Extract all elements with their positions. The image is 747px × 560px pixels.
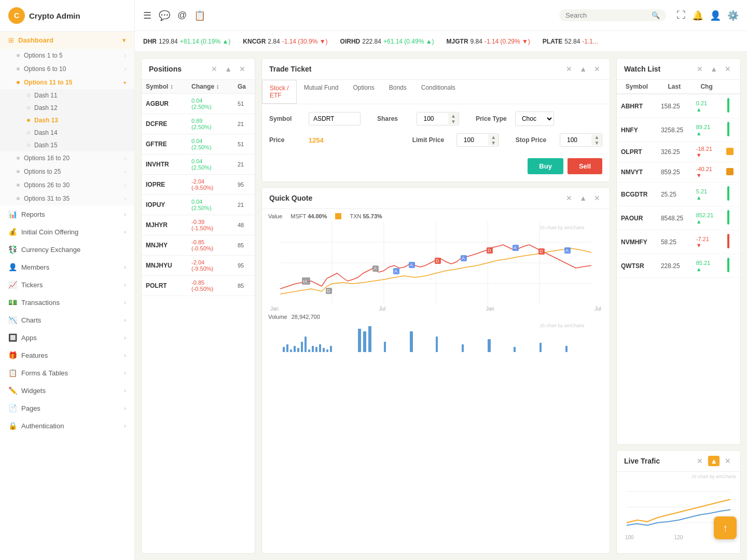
sidebar-item-dash14[interactable]: Dash 14 <box>0 127 134 139</box>
dot-icon <box>27 94 30 97</box>
transactions-label: Transactions <box>21 299 124 306</box>
limit-price-spinner[interactable]: ▲▼ <box>457 133 499 147</box>
live-traffic-chart: JS chart by amCharts 100 120 140 <box>617 472 740 553</box>
lt-close-btn[interactable]: ✕ <box>723 456 733 466</box>
legend-value: Value <box>268 213 282 219</box>
price-input[interactable] <box>309 136 396 144</box>
lt-collapse-btn[interactable]: ▲ <box>708 456 720 466</box>
sidebar-item-dash11[interactable]: Dash 11 <box>0 89 134 102</box>
gear-icon[interactable]: ⚙️ <box>727 10 739 21</box>
clipboard-icon[interactable]: 📋 <box>194 10 205 21</box>
positions-close-btn[interactable]: ✕ <box>237 64 247 74</box>
reports-label: Reports <box>21 211 124 218</box>
qq-minimize-btn[interactable]: ✕ <box>564 193 574 203</box>
sidebar-item-options-11-15[interactable]: Options 11 to 15 ▾ <box>0 76 134 89</box>
sidebar-item-auth[interactable]: 🔒 Authentication › <box>0 417 134 435</box>
svg-rect-48 <box>368 326 371 352</box>
price-type-select[interactable]: Choc Limit Market <box>515 111 554 126</box>
table-row: GFTRE 0.04(2.50%) 51 <box>142 134 255 155</box>
sidebar-item-ico[interactable]: 💰 Initial Coin Offering › <box>0 223 134 241</box>
svg-text:JS chart by amCharts: JS chart by amCharts <box>540 323 585 328</box>
sidebar-item-apps[interactable]: 🔲 Apps › <box>0 329 134 346</box>
sidebar-item-options-16-20[interactable]: Options 16 to 20 › <box>0 151 134 165</box>
buy-button[interactable]: Buy <box>528 158 563 174</box>
search-input[interactable] <box>565 11 648 19</box>
sell-button[interactable]: Sell <box>568 158 602 174</box>
sidebar-item-options-21-25[interactable]: Options to 25 › <box>0 165 134 178</box>
value-cell: 21 <box>233 155 255 175</box>
wl-last-cell: 58.25 <box>657 230 692 254</box>
svg-rect-37 <box>301 342 303 352</box>
sidebar-item-members[interactable]: 👤 Members › <box>0 258 134 276</box>
sidebar-item-forms[interactable]: 📋 Forms & Tables › <box>0 364 134 382</box>
sidebar-item-options-31-35[interactable]: Options 31 to 35 › <box>0 192 134 205</box>
sidebar-item-tickers[interactable]: 📈 Tickers › <box>0 276 134 293</box>
list-item: ABHRT 158.25 0.21▲ <box>617 94 740 118</box>
hamburger-icon[interactable]: ☰ <box>143 10 151 21</box>
qq-close-btn[interactable]: ✕ <box>592 193 602 203</box>
dot-icon <box>27 119 30 122</box>
sidebar-item-dash13[interactable]: Dash 13 <box>0 114 134 127</box>
trade-collapse-btn[interactable]: ▲ <box>577 64 589 74</box>
svg-rect-49 <box>384 342 386 352</box>
sidebar-item-pages[interactable]: 📄 Pages › <box>0 399 134 417</box>
stop-price-spinner[interactable]: ▲▼ <box>560 133 602 147</box>
tab-conditionals[interactable]: Conditionals <box>414 80 463 104</box>
trade-title: Trade Ticket <box>269 65 311 73</box>
sidebar-item-options-26-30[interactable]: Options 26 to 30 › <box>0 178 134 192</box>
options-26-30-label: Options 26 to 30 <box>24 181 125 189</box>
watchlist-table: Symbol Last Chg ABHRT 158.25 0.21▲ HNFY … <box>617 80 740 278</box>
tab-options[interactable]: Options <box>345 80 381 104</box>
sidebar-item-options-6-10[interactable]: Options 6 to 10 › <box>0 62 134 76</box>
wl-minimize-btn[interactable]: ✕ <box>695 64 705 74</box>
sidebar-item-currency[interactable]: 💱 Currency Exchange <box>0 241 134 258</box>
list-item: OLPRT 326.25 -18.21▼ <box>617 142 740 162</box>
lt-minimize-btn[interactable]: ✕ <box>695 456 705 466</box>
fullscreen-icon[interactable]: ⛶ <box>676 10 686 21</box>
sidebar-item-options-1-5[interactable]: Options 1 to 5 › <box>0 49 134 62</box>
sidebar-item-features[interactable]: 🎁 Features › <box>0 346 134 364</box>
shares-input[interactable] <box>417 113 448 125</box>
quick-quote-controls: ✕ ▲ ✕ <box>564 193 602 203</box>
user-icon[interactable]: 👤 <box>710 10 721 21</box>
symbol-cell: IOPRE <box>142 175 187 195</box>
symbol-cell: AGBUR <box>142 94 187 114</box>
auth-label: Authentication <box>21 422 124 430</box>
sidebar-item-reports[interactable]: 📊 Reports › <box>0 205 134 223</box>
tab-stock-etf[interactable]: Stock /ETF <box>262 80 297 104</box>
qq-collapse-btn[interactable]: ▲ <box>577 193 589 203</box>
symbol-input[interactable] <box>309 112 361 125</box>
tab-bonds[interactable]: Bonds <box>382 80 414 104</box>
value-cell: 21 <box>233 195 255 215</box>
symbol-cell: MNJHY <box>142 235 187 256</box>
wl-close-btn[interactable]: ✕ <box>723 64 733 74</box>
chat-icon[interactable]: 💬 <box>159 10 170 21</box>
sidebar-item-dash12[interactable]: Dash 12 <box>0 102 134 114</box>
svg-rect-36 <box>297 348 299 352</box>
sidebar-item-transactions[interactable]: 💵 Transactions › <box>0 293 134 311</box>
fab-button[interactable]: ↑ <box>714 516 737 539</box>
limit-price-input[interactable] <box>457 134 488 146</box>
positions-collapse-btn[interactable]: ▲ <box>223 64 234 74</box>
svg-rect-35 <box>294 346 296 352</box>
sidebar-item-dashboard[interactable]: ⊞ Dashboard ▾ <box>0 32 134 49</box>
wl-collapse-btn[interactable]: ▲ <box>708 64 720 74</box>
wl-ind-cell <box>721 183 740 206</box>
at-icon[interactable]: @ <box>177 10 187 21</box>
chevron-right-icon: › <box>124 211 126 217</box>
trade-minimize-btn[interactable]: ✕ <box>564 64 574 74</box>
bell-icon[interactable]: 🔔 <box>692 10 703 21</box>
wl-chg-cell: 5.21▲ <box>692 183 722 206</box>
trade-close-btn[interactable]: ✕ <box>592 64 602 74</box>
symbol-cell: MJHYR <box>142 215 187 235</box>
sidebar-item-charts[interactable]: 📉 Charts › <box>0 311 134 329</box>
shares-spinner[interactable]: ▲▼ <box>417 112 459 125</box>
stop-price-input[interactable] <box>560 134 591 146</box>
sidebar-item-widgets[interactable]: ✏️ Widgets › <box>0 382 134 399</box>
tab-mutual-fund[interactable]: Mutual Fund <box>297 80 346 104</box>
positions-minimize-btn[interactable]: ✕ <box>209 64 219 74</box>
ico-label: Initial Coin Offering <box>21 228 124 236</box>
sidebar-item-dash15[interactable]: Dash 15 <box>0 139 134 151</box>
search-container[interactable]: 🔍 <box>559 9 666 21</box>
svg-text:JS chart by amCharts: JS chart by amCharts <box>540 225 585 230</box>
